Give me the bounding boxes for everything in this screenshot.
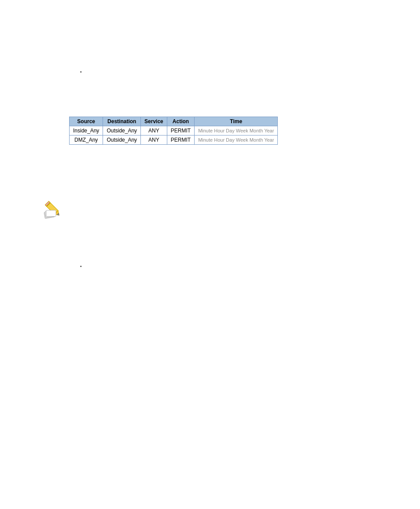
source-header: Source: [70, 117, 103, 126]
svg-rect-7: [46, 210, 56, 216]
destination-cell: Outside_Any: [103, 135, 141, 145]
pencil-icon: [43, 199, 63, 219]
table-row: DMZ_AnyOutside_AnyANYPERMITMinute Hour D…: [70, 135, 278, 145]
time-header: Time: [195, 117, 278, 126]
action-cell: PERMIT: [167, 135, 194, 145]
bullet-bottom: •: [80, 264, 82, 269]
firewall-rules-table: Source Destination Service Action Time I…: [69, 117, 278, 145]
time-cell: Minute Hour Day Week Month Year: [195, 126, 278, 135]
table-row: Inside_AnyOutside_AnyANYPERMITMinute Hou…: [70, 126, 278, 135]
source-cell: DMZ_Any: [70, 135, 103, 145]
service-cell: ANY: [141, 135, 167, 145]
pencil-icon-container: [43, 199, 63, 220]
service-cell: ANY: [141, 126, 167, 135]
service-header: Service: [141, 117, 167, 126]
action-header: Action: [167, 117, 194, 126]
destination-cell: Outside_Any: [103, 126, 141, 135]
action-cell: PERMIT: [167, 126, 194, 135]
source-cell: Inside_Any: [70, 126, 103, 135]
time-cell: Minute Hour Day Week Month Year: [195, 135, 278, 145]
firewall-rules-table-container: Source Destination Service Action Time I…: [69, 117, 278, 145]
destination-header: Destination: [103, 117, 141, 126]
bullet-top: •: [80, 70, 82, 74]
